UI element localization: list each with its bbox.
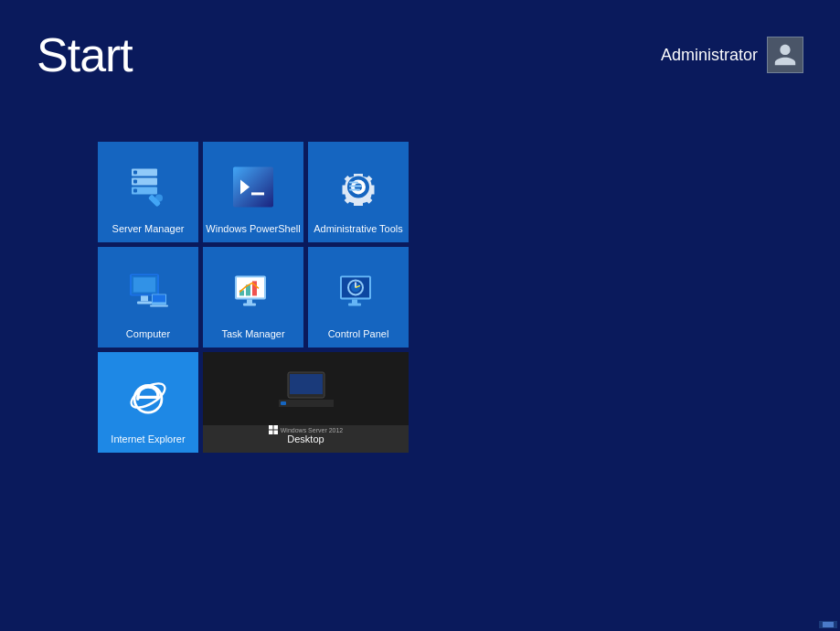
- svg-rect-19: [141, 295, 148, 301]
- tile-task-manager[interactable]: Task Manager: [203, 247, 303, 348]
- person-icon: [772, 42, 798, 68]
- computer-icon: [122, 266, 174, 317]
- scrollbar-thumb: [823, 622, 834, 627]
- tile-server-manager[interactable]: Server Manager: [98, 142, 198, 242]
- user-area: Administrator: [661, 37, 803, 73]
- svg-rect-43: [290, 374, 323, 394]
- windows-logo-small: [269, 425, 278, 434]
- svg-rect-30: [243, 303, 256, 305]
- svg-rect-11: [251, 192, 264, 195]
- svg-rect-5: [133, 188, 137, 192]
- admin-tools-icon: [333, 161, 384, 212]
- svg-rect-12: [349, 181, 358, 183]
- desktop-label: Desktop: [287, 433, 324, 445]
- horizontal-scrollbar[interactable]: [819, 621, 837, 628]
- server-manager-label: Server Manager: [112, 222, 185, 235]
- server-manager-icon: [122, 161, 174, 212]
- task-manager-label: Task Manager: [221, 327, 284, 340]
- desktop-preview-icon: [279, 370, 334, 407]
- svg-rect-13: [349, 185, 362, 187]
- tile-internet-explorer[interactable]: Internet Explorer: [98, 352, 198, 453]
- computer-label: Computer: [126, 327, 170, 340]
- powershell-icon: [228, 161, 279, 212]
- user-avatar-button[interactable]: [767, 37, 803, 73]
- svg-point-40: [128, 379, 169, 412]
- ie-label: Internet Explorer: [111, 433, 185, 445]
- svg-rect-48: [269, 431, 273, 435]
- tile-control-panel[interactable]: Control Panel: [308, 247, 409, 348]
- task-manager-icon: [228, 266, 279, 317]
- desktop-preview: [203, 352, 409, 425]
- ie-icon: [122, 371, 174, 422]
- svg-rect-9: [233, 166, 273, 207]
- svg-rect-46: [269, 425, 273, 430]
- start-title: Start: [37, 27, 133, 82]
- user-name: Administrator: [661, 46, 758, 65]
- control-panel-icon: [333, 266, 384, 317]
- svg-rect-23: [150, 305, 168, 306]
- svg-rect-45: [281, 401, 286, 405]
- admin-tools-label: Administrative Tools: [314, 222, 403, 235]
- svg-rect-49: [273, 431, 278, 435]
- header: Start Administrator: [0, 0, 840, 82]
- svg-rect-3: [133, 170, 137, 174]
- tile-computer[interactable]: Computer: [98, 247, 198, 348]
- svg-rect-4: [133, 179, 137, 183]
- svg-rect-18: [133, 277, 155, 292]
- powershell-label: Windows PowerShell: [206, 222, 300, 235]
- tile-administrative-tools[interactable]: Administrative Tools: [308, 142, 409, 242]
- control-panel-label: Control Panel: [328, 327, 389, 340]
- svg-rect-22: [153, 294, 165, 302]
- tiles-grid: Server Manager Windows PowerShell: [98, 142, 409, 453]
- svg-rect-47: [273, 425, 278, 430]
- tile-windows-powershell[interactable]: Windows PowerShell: [203, 142, 303, 242]
- svg-rect-20: [137, 301, 152, 304]
- svg-rect-14: [349, 188, 360, 190]
- svg-rect-38: [348, 303, 361, 305]
- tile-desktop[interactable]: Windows Server 2012 Desktop: [203, 352, 409, 453]
- svg-point-7: [155, 194, 163, 201]
- svg-rect-44: [279, 400, 334, 407]
